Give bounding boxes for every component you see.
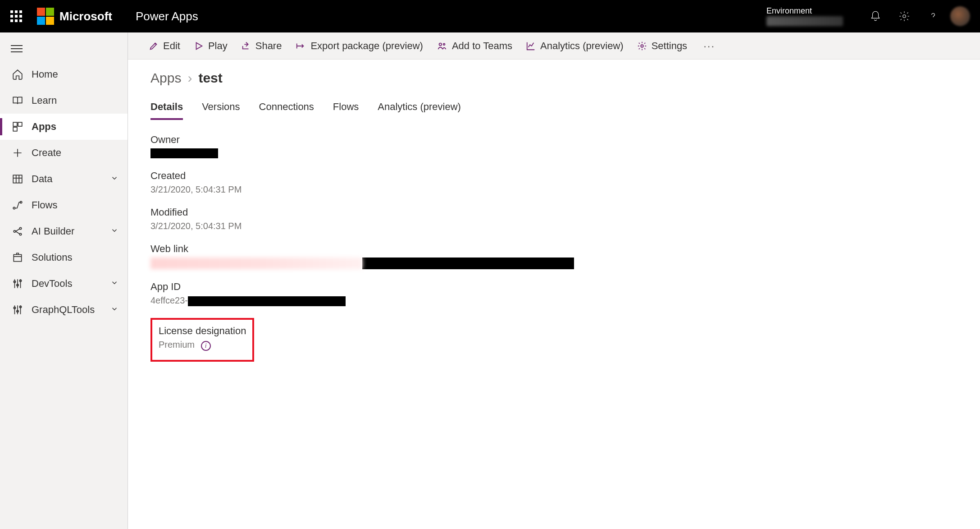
content-area: Edit Play Share Export package (preview)… bbox=[128, 32, 980, 529]
play-icon bbox=[194, 41, 204, 51]
tab-connections[interactable]: Connections bbox=[259, 101, 314, 120]
help-icon bbox=[927, 10, 939, 22]
cmd-label: Play bbox=[208, 40, 228, 52]
weblink-label: Web link bbox=[150, 243, 601, 255]
app-title: Power Apps bbox=[136, 9, 198, 23]
hamburger-icon bbox=[11, 45, 23, 52]
more-commands-button[interactable]: ··· bbox=[703, 40, 715, 52]
license-value-row: Premium i bbox=[159, 340, 246, 351]
gear-icon bbox=[898, 10, 910, 22]
sidebar-item-learn[interactable]: Learn bbox=[0, 87, 128, 114]
svg-point-9 bbox=[19, 227, 21, 229]
cmd-label: Add to Teams bbox=[452, 40, 512, 52]
sidebar-item-devtools[interactable]: DevTools bbox=[0, 271, 128, 297]
flow-icon bbox=[12, 199, 23, 211]
created-value: 3/21/2020, 5:04:31 PM bbox=[150, 184, 601, 195]
user-avatar[interactable] bbox=[950, 6, 970, 26]
sidebar-item-graphqltools[interactable]: GraphQLTools bbox=[0, 297, 128, 323]
sidebar-item-label: Solutions bbox=[32, 252, 73, 263]
sidebar-item-solutions[interactable]: Solutions bbox=[0, 244, 128, 271]
cmd-label: Analytics (preview) bbox=[540, 40, 624, 52]
settings-gear-button[interactable] bbox=[890, 2, 919, 31]
chart-icon bbox=[526, 41, 536, 51]
appid-prefix: 4effce23- bbox=[150, 295, 188, 305]
play-button[interactable]: Play bbox=[194, 40, 228, 52]
svg-rect-3 bbox=[18, 122, 22, 126]
microsoft-logo-icon bbox=[37, 8, 54, 25]
breadcrumb-root[interactable]: Apps bbox=[150, 70, 181, 86]
sidebar-item-ai-builder[interactable]: AI Builder bbox=[0, 218, 128, 244]
help-button[interactable] bbox=[919, 2, 948, 31]
notifications-button[interactable] bbox=[861, 2, 890, 31]
cmd-label: Export package (preview) bbox=[310, 40, 423, 52]
settings-button[interactable]: Settings bbox=[637, 40, 688, 52]
share-button[interactable]: Share bbox=[241, 40, 282, 52]
chevron-right-icon: › bbox=[187, 70, 192, 86]
globe-icon bbox=[748, 10, 760, 23]
sidebar-item-data[interactable]: Data bbox=[0, 166, 128, 192]
license-value: Premium bbox=[159, 340, 195, 350]
sidebar-item-label: Apps bbox=[32, 121, 56, 133]
info-icon[interactable]: i bbox=[201, 341, 211, 351]
svg-point-18 bbox=[439, 43, 442, 46]
details-panel: Owner Created 3/21/2020, 5:04:31 PM Modi… bbox=[150, 134, 601, 362]
svg-rect-2 bbox=[13, 122, 17, 126]
sidebar-item-flows[interactable]: Flows bbox=[0, 192, 128, 218]
tab-bar: Details Versions Connections Flows Analy… bbox=[150, 101, 957, 120]
sidebar-item-label: Create bbox=[32, 147, 61, 159]
cmd-label: Edit bbox=[163, 40, 180, 52]
sidebar-item-home[interactable]: Home bbox=[0, 61, 128, 87]
license-label: License designation bbox=[159, 325, 246, 337]
chevron-down-icon bbox=[110, 225, 119, 237]
command-bar: Edit Play Share Export package (preview)… bbox=[128, 32, 980, 60]
ai-icon bbox=[12, 225, 23, 237]
sidebar-item-label: GraphQLTools bbox=[32, 304, 95, 316]
created-label: Created bbox=[150, 170, 601, 182]
environment-name-redacted bbox=[766, 16, 843, 26]
svg-rect-5 bbox=[13, 175, 22, 183]
weblink-value-blurred bbox=[150, 258, 362, 269]
chevron-down-icon bbox=[110, 304, 119, 316]
svg-point-6 bbox=[13, 207, 15, 209]
chevron-down-icon bbox=[110, 173, 119, 185]
sidebar: Home Learn Apps Create Data Flows AI Bui… bbox=[0, 32, 128, 529]
apps-icon bbox=[12, 121, 23, 133]
app-launcher-button[interactable] bbox=[0, 0, 32, 32]
svg-point-8 bbox=[14, 230, 15, 232]
appid-value: 4effce23- bbox=[150, 295, 601, 306]
svg-point-10 bbox=[19, 233, 21, 235]
export-package-button[interactable]: Export package (preview) bbox=[295, 40, 423, 52]
edit-button[interactable]: Edit bbox=[149, 40, 180, 52]
breadcrumb: Apps › test bbox=[150, 70, 957, 86]
pencil-icon bbox=[149, 41, 159, 51]
sliders-icon bbox=[12, 278, 23, 290]
sidebar-collapse-button[interactable] bbox=[0, 36, 128, 61]
environment-picker[interactable]: Environment bbox=[748, 6, 843, 26]
tab-flows[interactable]: Flows bbox=[333, 101, 359, 120]
book-icon bbox=[12, 95, 23, 106]
sidebar-item-label: Data bbox=[32, 173, 52, 185]
cmd-label: Settings bbox=[652, 40, 688, 52]
sidebar-item-label: DevTools bbox=[32, 278, 72, 290]
svg-point-19 bbox=[443, 43, 445, 45]
gear-icon bbox=[637, 41, 647, 51]
tab-analytics[interactable]: Analytics (preview) bbox=[378, 101, 461, 120]
sidebar-item-apps[interactable]: Apps bbox=[0, 114, 128, 140]
svg-point-1 bbox=[903, 15, 906, 18]
svg-rect-4 bbox=[13, 127, 17, 131]
appid-label: App ID bbox=[150, 281, 601, 293]
sidebar-item-create[interactable]: Create bbox=[0, 140, 128, 166]
home-icon bbox=[12, 69, 23, 80]
tab-versions[interactable]: Versions bbox=[202, 101, 240, 120]
weblink-value-redacted bbox=[362, 258, 574, 269]
modified-value: 3/21/2020, 5:04:31 PM bbox=[150, 221, 601, 231]
analytics-button[interactable]: Analytics (preview) bbox=[526, 40, 624, 52]
add-to-teams-button[interactable]: Add to Teams bbox=[437, 40, 512, 52]
tab-details[interactable]: Details bbox=[150, 101, 183, 120]
microsoft-logo: Microsoft bbox=[32, 8, 112, 25]
license-designation-highlight: License designation Premium i bbox=[150, 318, 254, 362]
sidebar-item-label: Flows bbox=[32, 199, 57, 211]
package-icon bbox=[12, 252, 23, 263]
top-bar: Microsoft Power Apps Environment bbox=[0, 0, 980, 32]
sidebar-item-label: Home bbox=[32, 69, 58, 80]
